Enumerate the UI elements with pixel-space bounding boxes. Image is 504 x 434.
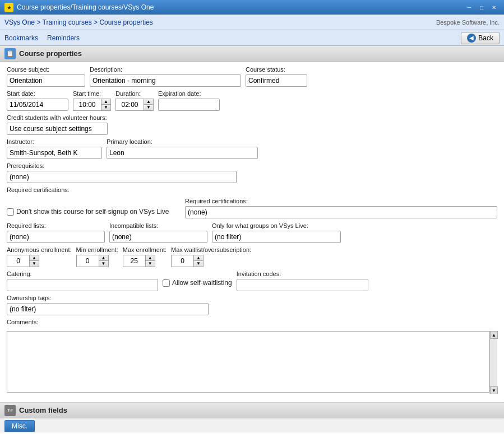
anon-enrollment-label: Anonymous enrollment:	[7, 246, 72, 253]
prerequisites-select[interactable]: (none)	[7, 171, 237, 183]
description-group: Description:	[90, 66, 241, 87]
back-button[interactable]: ◀ Back	[461, 32, 500, 44]
credit-volunteers-group: Credit students with volunteer hours: Us…	[7, 114, 108, 135]
instructor-select[interactable]: Smith-Sunspot, Beth K	[7, 147, 102, 159]
min-down[interactable]: ▼	[99, 261, 108, 267]
required-certs-label2: Required certifications:	[185, 198, 497, 204]
breadcrumb-training-courses[interactable]: Training courses	[43, 18, 92, 26]
form-row-11: Comments: ▲ ▼	[7, 319, 497, 394]
instructor-label: Instructor:	[7, 138, 102, 145]
scroll-track	[490, 339, 497, 386]
form-row-5: Prerequisites: (none)	[7, 162, 497, 183]
form-row-3: Credit students with volunteer hours: Us…	[7, 114, 497, 135]
duration-spinner: ▲ ▼	[115, 99, 154, 111]
allow-waitlist-checkbox[interactable]	[163, 279, 170, 287]
only-for-groups-label: Only for what groups on VSys Live:	[212, 222, 341, 229]
expiration-date-label: Expiration date:	[158, 90, 220, 97]
catering-input[interactable]	[7, 279, 158, 291]
minimize-button[interactable]: ─	[464, 3, 475, 12]
reminders-link[interactable]: Reminders	[47, 34, 80, 42]
catering-group: Catering:	[7, 270, 158, 291]
incompatible-lists-select[interactable]: (none)	[109, 231, 207, 243]
anon-up[interactable]: ▲	[30, 255, 39, 261]
tab-misc[interactable]: Misc.	[4, 420, 35, 432]
nav-bar: Bookmarks Reminders	[4, 34, 80, 42]
close-button[interactable]: ✕	[488, 3, 500, 12]
start-time-input[interactable]	[73, 99, 101, 111]
duration-up[interactable]: ▲	[144, 99, 153, 105]
min-enrollment-label: Min enrollment:	[76, 246, 118, 253]
max-up[interactable]: ▲	[146, 255, 155, 261]
duration-input[interactable]	[115, 99, 144, 111]
allow-waitlist-label[interactable]: Allow self-waitlisting	[172, 279, 232, 287]
scroll-up[interactable]: ▲	[490, 331, 498, 339]
breadcrumb-vsys-one[interactable]: VSys One	[4, 18, 35, 26]
invitation-codes-label: Invitation codes:	[237, 270, 368, 277]
ownership-tags-group: Ownership tags: (no filter)	[7, 295, 209, 315]
bookmarks-link[interactable]: Bookmarks	[4, 34, 38, 42]
allow-waitlist-group: Allow self-waitlisting	[163, 279, 232, 291]
start-time-group: Start time: ▲ ▼	[73, 90, 111, 111]
required-certs-label: Required certifications:	[7, 186, 70, 193]
min-enrollment-btns: ▲ ▼	[99, 255, 109, 267]
invitation-codes-input[interactable]	[237, 279, 368, 291]
title-bar: ★ Course properties/Training courses/VSy…	[0, 0, 504, 15]
back-label: Back	[478, 34, 493, 42]
course-subject-select[interactable]: Orientation	[7, 74, 85, 87]
credit-volunteers-select[interactable]: Use course subject settings	[7, 123, 108, 135]
start-time-spinner: ▲ ▼	[73, 99, 111, 111]
scroll-down[interactable]: ▼	[490, 386, 498, 394]
course-properties-header: 📋 Course properties	[0, 46, 504, 62]
waitlist-up[interactable]: ▲	[194, 255, 203, 261]
breadcrumb-sep2: >	[94, 18, 99, 26]
comments-scrollbar[interactable]: ▲ ▼	[489, 331, 497, 394]
anon-enrollment-btns: ▲ ▼	[29, 255, 39, 267]
description-input[interactable]	[90, 74, 241, 87]
course-properties-icon: 📋	[4, 48, 16, 59]
min-enrollment-group: Min enrollment: ▲ ▼	[76, 246, 118, 267]
ownership-tags-label: Ownership tags:	[7, 295, 209, 301]
dont-show-label[interactable]: Don't show this course for self-signup o…	[16, 208, 169, 216]
course-properties-title: Course properties	[19, 49, 82, 58]
start-time-down[interactable]: ▼	[101, 105, 110, 110]
dont-show-checkbox-row: Don't show this course for self-signup o…	[7, 208, 181, 216]
duration-down[interactable]: ▼	[144, 105, 153, 110]
duration-spinner-btns: ▲ ▼	[144, 99, 154, 111]
ownership-tags-select[interactable]: (no filter)	[7, 303, 209, 315]
required-lists-select[interactable]: (none)	[7, 231, 105, 243]
max-waitlist-input[interactable]	[171, 255, 193, 267]
course-status-select[interactable]: Confirmed	[246, 74, 307, 87]
waitlist-down[interactable]: ▼	[194, 261, 203, 267]
anon-down[interactable]: ▼	[30, 261, 39, 267]
min-enrollment-input[interactable]	[76, 255, 99, 267]
dont-show-checkbox[interactable]	[7, 208, 14, 216]
primary-location-select[interactable]: Leon	[107, 147, 258, 159]
anon-enrollment-input[interactable]	[7, 255, 29, 267]
required-certs-select[interactable]: (none)	[185, 206, 497, 218]
only-for-groups-select[interactable]: (no filter)	[212, 231, 341, 243]
max-enrollment-spinner: ▲ ▼	[123, 255, 167, 267]
breadcrumb: VSys One > Training courses > Course pro…	[4, 18, 153, 26]
form-row-1: Course subject: Orientation Description:…	[7, 66, 497, 87]
max-enrollment-input[interactable]	[123, 255, 145, 267]
max-down[interactable]: ▼	[146, 261, 155, 267]
start-date-select[interactable]: 11/05/2014	[7, 99, 68, 111]
course-status-group: Course status: Confirmed	[246, 66, 307, 87]
course-status-label: Course status:	[246, 66, 307, 73]
max-waitlist-spinner: ▲ ▼	[171, 255, 251, 267]
tabs-bar: Misc.	[0, 418, 504, 432]
duration-group: Duration: ▲ ▼	[115, 90, 154, 111]
expiration-date-select[interactable]	[158, 99, 220, 111]
comments-textarea[interactable]	[7, 331, 489, 393]
start-date-group: Start date: 11/05/2014	[7, 90, 68, 111]
start-time-up[interactable]: ▲	[101, 99, 110, 105]
comments-label: Comments:	[7, 319, 38, 325]
maximize-button[interactable]: □	[476, 3, 487, 12]
form-row-4: Instructor: Smith-Sunspot, Beth K Primar…	[7, 138, 497, 159]
max-waitlist-group: Max waitlist/oversubscription: ▲ ▼	[171, 246, 251, 267]
required-lists-group: Required lists: (none)	[7, 222, 105, 243]
allow-waitlist-row: Allow self-waitlisting	[163, 279, 232, 287]
max-waitlist-btns: ▲ ▼	[193, 255, 204, 267]
expiration-date-group: Expiration date:	[158, 90, 220, 111]
min-up[interactable]: ▲	[99, 255, 108, 261]
